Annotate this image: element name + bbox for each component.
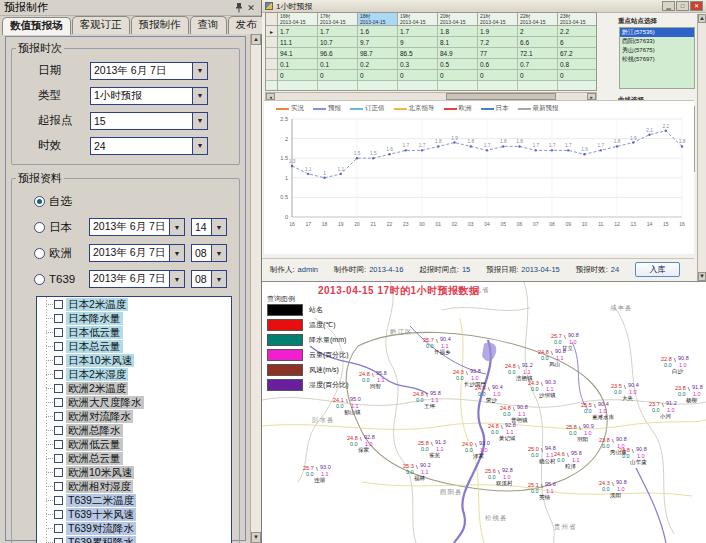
tree-item[interactable]: 日本总云量 <box>37 339 231 353</box>
grid-cell[interactable]: 0 <box>558 70 597 81</box>
pin-icon[interactable] <box>233 2 245 14</box>
chevron-down-icon[interactable]: ▼ <box>169 219 184 235</box>
row-selector[interactable] <box>266 48 278 59</box>
checkbox[interactable] <box>54 426 63 435</box>
minimize-icon[interactable]: ▁ <box>662 1 675 11</box>
grid-cell[interactable]: 0.1 <box>318 59 358 70</box>
tab-3[interactable]: 预报制作 <box>131 16 189 34</box>
grid-cell[interactable]: 98.7 <box>358 48 398 59</box>
grid-cell[interactable]: 1.6 <box>358 26 398 37</box>
grid-cell[interactable]: 72.1 <box>518 48 558 59</box>
grid-cell[interactable]: 94.1 <box>278 48 318 59</box>
tree-item[interactable]: 欧洲相对湿度 <box>37 479 231 493</box>
scroll-up-icon[interactable]: ▲ <box>698 14 706 23</box>
checkbox[interactable] <box>54 510 63 519</box>
grid-column-header[interactable]: 19时2013-04-15 <box>398 13 438 26</box>
tree-item[interactable]: 欧洲2米温度 <box>37 381 231 395</box>
grid-cell[interactable]: 10.7 <box>318 37 358 48</box>
row-selector[interactable] <box>266 81 278 91</box>
date-combo[interactable]: 2013年 6月 7日▼ <box>89 218 185 236</box>
grid-cell[interactable]: 11.1 <box>278 37 318 48</box>
tree-item[interactable]: 日本降水量 <box>37 311 231 325</box>
tree-item[interactable]: 欧洲对流降水 <box>37 409 231 423</box>
grid-cell[interactable]: 0.7 <box>518 59 558 70</box>
window-vertical-scrollbar[interactable]: ▲ ▼ <box>697 14 706 281</box>
tree-item[interactable]: 日本低云量 <box>37 325 231 339</box>
chevron-down-icon[interactable]: ▼ <box>211 245 226 261</box>
checkbox[interactable] <box>54 482 63 491</box>
checkbox[interactable] <box>54 342 63 351</box>
combo-2[interactable]: 1小时预报▼ <box>90 87 208 105</box>
tree-item[interactable]: 欧洲总降水 <box>37 423 231 437</box>
tree-item[interactable]: 欧洲大尺度降水 <box>37 395 231 409</box>
chevron-down-icon[interactable]: ▼ <box>192 88 207 104</box>
grid-cell[interactable] <box>318 81 358 91</box>
checkbox[interactable] <box>54 314 63 323</box>
scroll-right-icon[interactable]: ▸ <box>587 93 596 100</box>
row-selector[interactable] <box>266 70 278 81</box>
tab-5[interactable]: 发布 <box>228 16 265 34</box>
grid-cell[interactable] <box>358 81 398 91</box>
combo-3[interactable]: 15▼ <box>90 112 208 130</box>
grid-cell[interactable]: 1.8 <box>438 26 478 37</box>
grid-cell[interactable]: 0.2 <box>358 59 398 70</box>
tree-item[interactable]: T639累积降水 <box>37 535 231 543</box>
grid-cell[interactable]: 0 <box>518 70 558 81</box>
chevron-down-icon[interactable]: ▼ <box>211 271 226 287</box>
station-list-item[interactable]: 酉阳(57633) <box>620 37 694 46</box>
combo-4[interactable]: 24▼ <box>90 137 208 155</box>
panel-vertical-scrollbar[interactable]: ▲ ▼ <box>250 34 261 543</box>
checkbox[interactable] <box>54 384 63 393</box>
chevron-down-icon[interactable]: ▼ <box>192 113 207 129</box>
grid-cell[interactable]: 0 <box>318 70 358 81</box>
scroll-left-icon[interactable]: ◂ <box>266 93 275 100</box>
row-selector[interactable]: ▸ <box>266 26 278 37</box>
checkbox[interactable] <box>54 328 63 337</box>
date-combo[interactable]: 2013年 6月 7日▼ <box>89 270 185 288</box>
radio-欧洲[interactable] <box>34 248 45 259</box>
grid-cell[interactable]: 0.6 <box>478 59 518 70</box>
grid-cell[interactable]: 1.7 <box>398 26 438 37</box>
grid-cell[interactable]: 84.9 <box>438 48 478 59</box>
grid-column-header[interactable]: 20时2013-04-15 <box>438 13 478 26</box>
grid-cell[interactable] <box>438 81 478 91</box>
grid-cell[interactable]: 8.1 <box>438 37 478 48</box>
close-icon[interactable]: ✕ <box>245 2 257 14</box>
tree-item[interactable]: T639对流降水 <box>37 521 231 535</box>
grid-cell[interactable]: 1.7 <box>278 26 318 37</box>
checkbox[interactable] <box>54 370 63 379</box>
tree-item[interactable]: 日本2米湿度 <box>37 367 231 381</box>
tab-4[interactable]: 查询 <box>190 16 227 34</box>
grid-cell[interactable]: 77 <box>478 48 518 59</box>
radio-自选[interactable] <box>34 196 45 207</box>
checkbox[interactable] <box>54 398 63 407</box>
grid-cell[interactable]: 0.8 <box>558 59 597 70</box>
hour-combo[interactable]: 08▼ <box>191 244 227 262</box>
grid-column-header[interactable]: 16时2013-04-15 <box>278 13 318 26</box>
chevron-down-icon[interactable]: ▼ <box>169 271 184 287</box>
grid-cell[interactable]: 0 <box>478 70 518 81</box>
tree-item[interactable]: 欧洲总云量 <box>37 451 231 465</box>
save-to-db-button[interactable]: 入库 <box>635 262 680 277</box>
grid-cell[interactable] <box>278 81 318 91</box>
grid-cell[interactable]: 9.7 <box>358 37 398 48</box>
tree-item[interactable]: T639十米风速 <box>37 507 231 521</box>
radio-日本[interactable] <box>34 222 45 233</box>
hour-combo[interactable]: 08▼ <box>191 270 227 288</box>
chevron-down-icon[interactable]: ▼ <box>169 245 184 261</box>
grid-column-header[interactable]: 23时2013-04-15 <box>558 13 597 26</box>
grid-cell[interactable]: 1.7 <box>318 26 358 37</box>
checkbox[interactable] <box>54 356 63 365</box>
checkbox[interactable] <box>54 454 63 463</box>
chevron-down-icon[interactable]: ▼ <box>192 63 207 79</box>
grid-cell[interactable]: 9 <box>398 37 438 48</box>
station-list-item[interactable]: 秀山(57675) <box>620 46 694 55</box>
date-combo[interactable]: 2013年 6月 7日▼ <box>89 244 185 262</box>
grid-cell[interactable] <box>518 81 558 91</box>
grid-cell[interactable]: 0.1 <box>278 59 318 70</box>
grid-cell[interactable]: 86.5 <box>398 48 438 59</box>
tree-item[interactable]: T639二米温度 <box>37 493 231 507</box>
checkbox[interactable] <box>54 524 63 533</box>
checkbox[interactable] <box>54 412 63 421</box>
grid-cell[interactable]: 0 <box>358 70 398 81</box>
